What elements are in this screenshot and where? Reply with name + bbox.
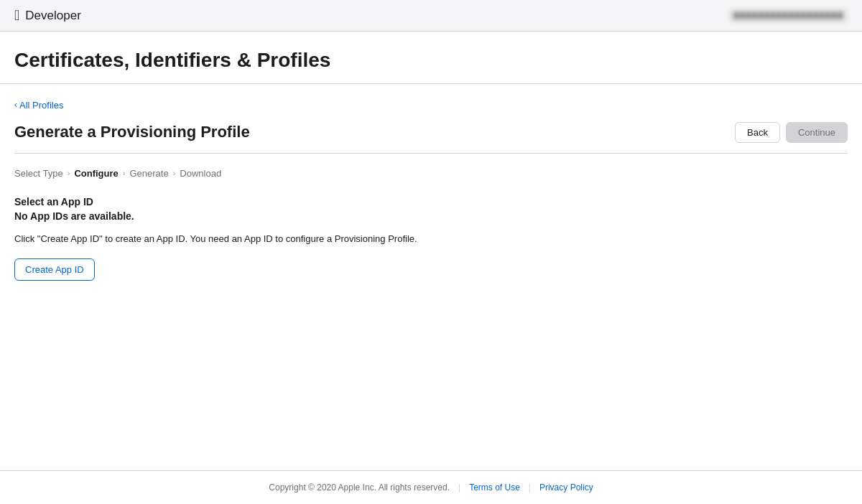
continue-button[interactable]: Continue	[786, 122, 848, 143]
section-header: Generate a Provisioning Profile Back Con…	[14, 122, 848, 154]
page-header: Certificates, Identifiers & Profiles	[0, 32, 862, 84]
footer: Copyright © 2020 Apple Inc. All rights r…	[0, 470, 862, 504]
create-app-id-button[interactable]: Create App ID	[14, 258, 95, 281]
content-body: Select an App ID No App IDs are availabl…	[14, 196, 848, 295]
privacy-policy-link[interactable]: Privacy Policy	[539, 482, 593, 493]
step-chevron-1: ›	[68, 169, 70, 177]
section-title: Generate a Provisioning Profile	[14, 123, 250, 141]
step-generate: Generate	[129, 168, 168, 179]
nav-user-display: XXXXXXXXXXXXXXXXXX	[729, 9, 848, 22]
step-configure: Configure	[74, 168, 118, 179]
select-app-id-label: Select an App ID	[14, 196, 848, 207]
nav-brand:  Developer	[14, 7, 81, 24]
back-link-label: All Profiles	[19, 100, 63, 111]
footer-divider-1: |	[458, 482, 460, 493]
footer-divider-2: |	[529, 482, 531, 493]
step-breadcrumb: Select Type › Configure › Generate › Dow…	[14, 168, 848, 179]
instruction-text: Click "Create App ID" to create an App I…	[14, 233, 848, 244]
step-chevron-3: ›	[173, 169, 176, 177]
main-content: ‹ All Profiles Generate a Provisioning P…	[0, 84, 862, 470]
no-app-ids-text: No App IDs are available.	[14, 210, 848, 222]
back-button[interactable]: Back	[735, 122, 780, 143]
apple-logo-icon: 	[14, 7, 19, 24]
step-chevron-2: ›	[123, 169, 126, 177]
back-chevron-icon: ‹	[14, 100, 17, 110]
all-profiles-link[interactable]: ‹ All Profiles	[14, 100, 63, 111]
footer-copyright: Copyright © 2020 Apple Inc. All rights r…	[269, 482, 450, 493]
step-download: Download	[180, 168, 221, 179]
step-select-type: Select Type	[14, 168, 63, 179]
top-nav:  Developer XXXXXXXXXXXXXXXXXX	[0, 0, 862, 32]
terms-of-use-link[interactable]: Terms of Use	[469, 482, 520, 493]
page-title: Certificates, Identifiers & Profiles	[14, 49, 848, 72]
header-buttons: Back Continue	[735, 122, 848, 143]
nav-brand-text: Developer	[25, 9, 81, 23]
